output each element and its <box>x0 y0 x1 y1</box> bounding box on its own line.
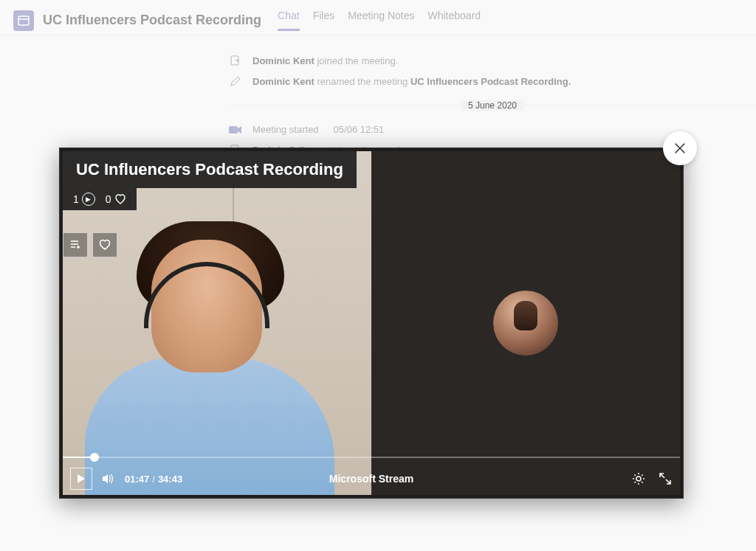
gear-icon <box>631 471 646 486</box>
close-button[interactable] <box>663 131 697 165</box>
heart-icon <box>114 193 126 205</box>
video-action-buttons <box>63 232 117 257</box>
play-button[interactable] <box>70 468 92 490</box>
fullscreen-icon <box>658 471 673 486</box>
close-icon <box>673 142 687 155</box>
time-display: 01:47/34:43 <box>125 474 182 485</box>
progress-bar[interactable] <box>63 457 680 458</box>
like-button[interactable] <box>92 232 117 257</box>
speaker-icon <box>101 472 114 485</box>
video-modal-overlay: UC Influencers Podcast Recording 1▶ 0 <box>0 0 756 551</box>
video-participant-secondary <box>371 151 680 495</box>
play-count-icon: ▶ <box>82 193 95 206</box>
like-count: 0 <box>106 193 111 205</box>
avatar <box>493 291 558 356</box>
video-player: UC Influencers Podcast Recording 1▶ 0 <box>59 148 684 499</box>
list-add-icon <box>69 238 82 252</box>
video-stats: 1▶ 0 <box>63 188 137 210</box>
player-controls: 01:47/34:43 Microsoft Stream <box>63 460 680 495</box>
play-icon <box>77 474 86 484</box>
svg-point-5 <box>636 477 641 481</box>
settings-button[interactable] <box>631 471 646 486</box>
volume-button[interactable] <box>101 472 114 485</box>
video-title: UC Influencers Podcast Recording <box>63 151 357 188</box>
heart-icon <box>98 238 111 252</box>
fullscreen-button[interactable] <box>658 471 673 486</box>
current-time: 01:47 <box>125 474 149 485</box>
duration: 34:43 <box>158 474 182 485</box>
add-to-list-button[interactable] <box>63 232 88 257</box>
view-count: 1 <box>73 193 79 205</box>
